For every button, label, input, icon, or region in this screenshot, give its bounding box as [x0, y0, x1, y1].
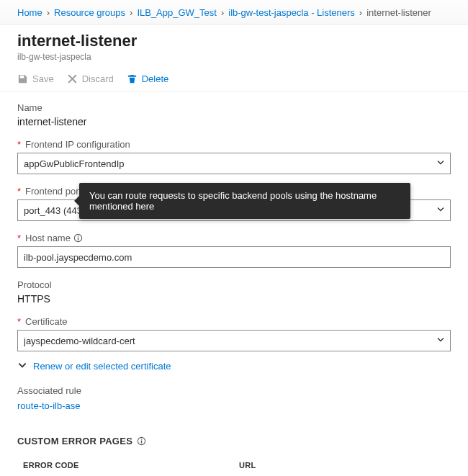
breadcrumb-link-resource-groups[interactable]: Resource groups [54, 7, 125, 18]
renew-certificate-link[interactable]: Renew or edit selected certificate [33, 361, 171, 372]
page-header: internet-listener ilb-gw-test-jaspecla [0, 24, 468, 63]
save-label: Save [32, 73, 54, 84]
field-hostname: * Host name [17, 233, 451, 268]
certificate-label: * Certificate [17, 316, 451, 327]
svg-rect-4 [141, 441, 142, 444]
protocol-label: Protocol [17, 279, 451, 290]
error-table-header: ERROR CODE URL [17, 457, 451, 475]
chevron-right-icon: › [130, 7, 132, 18]
toolbar: Save Discard Delete [0, 68, 468, 92]
field-frontend-ip: * Frontend IP configuration [17, 139, 451, 174]
info-icon[interactable] [137, 436, 146, 446]
renew-certificate-toggle[interactable]: Renew or edit selected certificate [17, 360, 451, 372]
required-indicator: * [17, 186, 21, 197]
breadcrumb-link-listeners[interactable]: ilb-gw-test-jaspecla - Listeners [228, 7, 355, 18]
discard-label: Discard [82, 73, 114, 84]
name-label: Name [17, 102, 451, 113]
breadcrumb-link-rg[interactable]: ILB_App_GW_Test [137, 7, 217, 18]
page-subtitle: ilb-gw-test-jaspecla [17, 52, 451, 62]
save-button[interactable]: Save [17, 73, 54, 84]
associated-rule-link[interactable]: route-to-ilb-ase [17, 400, 80, 411]
protocol-value: HTTPS [17, 293, 451, 305]
custom-error-pages-title: CUSTOM ERROR PAGES [17, 436, 451, 446]
name-value: internet-listener [17, 116, 451, 127]
close-icon [67, 73, 78, 84]
delete-button[interactable]: Delete [127, 73, 169, 84]
col-url: URL [239, 461, 451, 470]
chevron-right-icon: › [221, 7, 224, 18]
chevron-down-icon [17, 360, 27, 372]
breadcrumb-link-home[interactable]: Home [17, 7, 42, 18]
page-title: internet-listener [17, 32, 451, 50]
svg-rect-2 [78, 235, 78, 236]
trash-icon [127, 73, 138, 84]
breadcrumb: Home › Resource groups › ILB_App_GW_Test… [0, 0, 468, 24]
certificate-select[interactable] [17, 330, 451, 351]
delete-label: Delete [142, 73, 169, 84]
required-indicator: * [17, 316, 21, 327]
discard-button[interactable]: Discard [67, 73, 114, 84]
hostname-label: * Host name [17, 233, 451, 243]
hostname-input[interactable] [17, 246, 451, 268]
breadcrumb-current: internet-listener [366, 7, 431, 18]
frontend-ip-label: * Frontend IP configuration [17, 139, 451, 150]
required-indicator: * [17, 233, 21, 243]
svg-rect-5 [141, 439, 142, 439]
field-protocol: Protocol HTTPS [17, 279, 451, 305]
field-associated-rule: Associated rule route-to-ilb-ase [17, 385, 451, 411]
svg-rect-1 [78, 238, 78, 241]
chevron-right-icon: › [47, 7, 50, 18]
chevron-right-icon: › [359, 7, 362, 18]
info-icon[interactable] [73, 233, 83, 243]
frontend-ip-select[interactable] [17, 153, 451, 174]
field-frontend-port: * Frontend port You can route requests t… [17, 186, 451, 221]
save-icon [17, 73, 28, 84]
col-error-code: ERROR CODE [23, 461, 239, 470]
hostname-tooltip: You can route requests to specific backe… [79, 183, 410, 219]
associated-rule-label: Associated rule [17, 385, 451, 396]
field-name: Name internet-listener [17, 102, 451, 127]
field-certificate: * Certificate [17, 316, 451, 351]
required-indicator: * [17, 139, 21, 150]
